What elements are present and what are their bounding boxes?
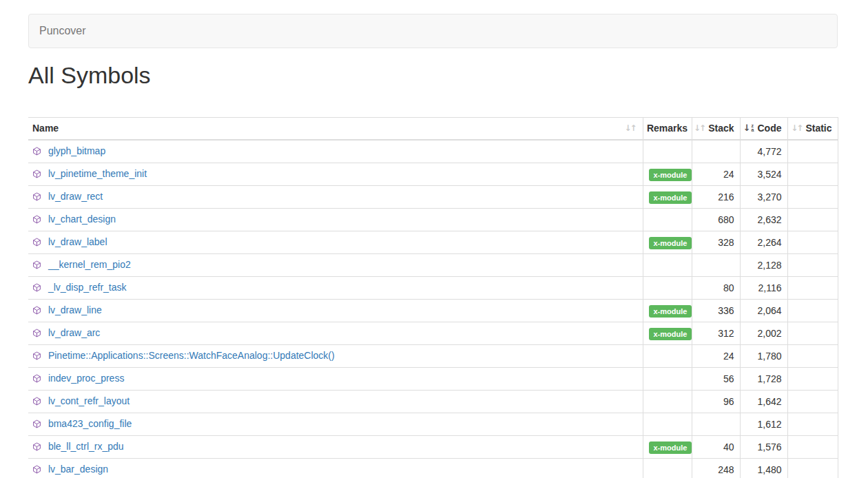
code-cell: 1,728 — [740, 367, 787, 390]
symbol-name-cell: indev_proc_press — [28, 367, 643, 390]
column-header-remarks-label: Remarks — [647, 123, 688, 134]
column-header-name-label: Name — [32, 123, 59, 134]
symbols-table-body: glyph_bitmap 4,772 lv_pinetime_theme_ini… — [28, 140, 838, 478]
sort-both-icon: ↓↑ — [791, 123, 802, 133]
symbol-name-cell: lv_draw_line — [28, 299, 643, 322]
cube-icon — [32, 236, 41, 250]
sort-desc-za-icon: ↓za — [743, 124, 754, 132]
stack-cell: 312 — [692, 322, 740, 344]
static-cell — [787, 299, 838, 322]
table-row: lv_draw_arc x-module 312 2,002 — [28, 322, 838, 344]
symbol-name-cell: lv_chart_design — [28, 208, 643, 231]
symbol-link[interactable]: lv_draw_arc — [48, 327, 100, 338]
table-row: lv_pinetime_theme_init x-module 24 3,524 — [28, 163, 838, 185]
code-cell: 2,116 — [740, 276, 787, 299]
symbol-link[interactable]: glyph_bitmap — [48, 145, 105, 156]
page-container: Puncover All Symbols Name ↓↑ Remarks — [28, 14, 838, 478]
table-row: _lv_disp_refr_task 80 2,116 — [28, 276, 838, 299]
stack-cell: 40 — [692, 435, 740, 458]
x-module-badge: x-module — [649, 191, 692, 204]
remarks-cell — [643, 140, 692, 163]
stack-cell: 80 — [692, 276, 740, 299]
table-row: __kernel_rem_pio2 2,128 — [28, 253, 838, 276]
code-cell: 1,612 — [740, 413, 787, 435]
code-cell: 3,524 — [740, 163, 787, 185]
stack-cell: 328 — [692, 231, 740, 253]
cube-icon — [32, 395, 41, 409]
cube-icon — [32, 350, 41, 364]
symbol-link[interactable]: lv_chart_design — [48, 214, 116, 225]
static-cell — [787, 390, 838, 413]
stack-cell: 56 — [692, 367, 740, 390]
static-cell — [787, 276, 838, 299]
code-cell: 1,780 — [740, 344, 787, 367]
static-cell — [787, 413, 838, 435]
table-row: Pinetime::Applications::Screens::WatchFa… — [28, 344, 838, 367]
remarks-cell — [643, 458, 692, 478]
remarks-cell: x-module — [643, 231, 692, 253]
code-cell: 1,642 — [740, 390, 787, 413]
column-header-code-label: Code — [758, 123, 782, 134]
cube-icon — [32, 373, 41, 386]
symbol-name-cell: lv_draw_label — [28, 231, 643, 253]
column-header-static-label: Static — [805, 123, 831, 134]
symbol-name-cell: lv_pinetime_theme_init — [28, 163, 643, 185]
code-cell: 2,002 — [740, 322, 787, 344]
stack-cell: 680 — [692, 208, 740, 231]
stack-cell — [692, 253, 740, 276]
navbar-brand[interactable]: Puncover — [29, 14, 96, 48]
symbol-link[interactable]: bma423_config_file — [48, 418, 132, 429]
stack-cell: 216 — [692, 185, 740, 208]
column-header-code[interactable]: ↓za Code — [740, 118, 787, 140]
symbol-link[interactable]: lv_cont_refr_layout — [48, 395, 130, 406]
cube-icon — [32, 214, 41, 227]
static-cell — [787, 322, 838, 344]
symbol-link[interactable]: lv_draw_label — [48, 236, 107, 247]
column-header-static[interactable]: ↓↑ Static — [787, 118, 838, 140]
cube-icon — [32, 259, 41, 273]
stack-cell: 96 — [692, 390, 740, 413]
code-cell: 3,270 — [740, 185, 787, 208]
remarks-cell — [643, 253, 692, 276]
static-cell — [787, 253, 838, 276]
remarks-cell: x-module — [643, 299, 692, 322]
symbol-link[interactable]: Pinetime::Applications::Screens::WatchFa… — [48, 350, 335, 361]
symbol-link[interactable]: lv_draw_rect — [48, 191, 103, 202]
symbol-link[interactable]: lv_pinetime_theme_init — [48, 168, 147, 179]
x-module-badge: x-module — [649, 328, 692, 340]
symbol-link[interactable]: __kernel_rem_pio2 — [48, 259, 131, 270]
symbol-link[interactable]: lv_bar_design — [48, 464, 108, 475]
symbol-link[interactable]: ble_ll_ctrl_rx_pdu — [48, 441, 124, 452]
remarks-cell — [643, 413, 692, 435]
column-header-stack[interactable]: ↓↑ Stack — [692, 118, 740, 140]
stack-cell: 24 — [692, 344, 740, 367]
cube-icon — [32, 282, 41, 295]
symbol-link[interactable]: _lv_disp_refr_task — [48, 282, 127, 293]
remarks-cell: x-module — [643, 185, 692, 208]
symbol-name-cell: Pinetime::Applications::Screens::WatchFa… — [28, 344, 643, 367]
navbar: Puncover — [28, 14, 838, 48]
table-row: ble_ll_ctrl_rx_pdu x-module 40 1,576 — [28, 435, 838, 458]
symbol-link[interactable]: lv_draw_line — [48, 304, 102, 315]
table-row: lv_cont_refr_layout 96 1,642 — [28, 390, 838, 413]
table-row: lv_draw_rect x-module 216 3,270 — [28, 185, 838, 208]
table-row: lv_bar_design 248 1,480 — [28, 458, 838, 478]
static-cell — [787, 458, 838, 478]
symbol-name-cell: bma423_config_file — [28, 413, 643, 435]
symbol-name-cell: ble_ll_ctrl_rx_pdu — [28, 435, 643, 458]
cube-icon — [32, 327, 41, 341]
remarks-cell: x-module — [643, 435, 692, 458]
column-header-name[interactable]: Name ↓↑ — [28, 118, 643, 140]
table-row: lv_draw_line x-module 336 2,064 — [28, 299, 838, 322]
static-cell — [787, 367, 838, 390]
cube-icon — [32, 304, 41, 318]
x-module-badge: x-module — [649, 441, 692, 454]
symbol-link[interactable]: indev_proc_press — [48, 373, 125, 384]
remarks-cell — [643, 276, 692, 299]
code-cell: 2,264 — [740, 231, 787, 253]
cube-icon — [32, 464, 41, 477]
static-cell — [787, 231, 838, 253]
symbol-name-cell: glyph_bitmap — [28, 140, 643, 163]
symbol-name-cell: lv_bar_design — [28, 458, 643, 478]
code-cell: 4,772 — [740, 140, 787, 163]
